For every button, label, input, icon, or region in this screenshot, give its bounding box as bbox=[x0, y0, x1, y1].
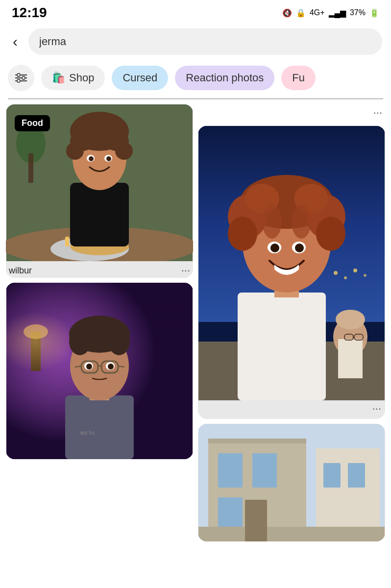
svg-point-76 bbox=[262, 204, 282, 239]
svg-point-55 bbox=[364, 274, 367, 277]
svg-rect-83 bbox=[218, 497, 243, 532]
status-time: 12:19 bbox=[12, 5, 47, 21]
person1-bottom-more[interactable]: ··· bbox=[198, 400, 385, 419]
svg-rect-86 bbox=[348, 463, 365, 488]
mute-icon: 🔇 bbox=[282, 8, 292, 18]
svg-point-52 bbox=[334, 271, 338, 275]
svg-point-39 bbox=[108, 328, 130, 355]
svg-rect-15 bbox=[70, 183, 129, 246]
search-input[interactable] bbox=[28, 28, 382, 55]
svg-point-42 bbox=[86, 364, 92, 369]
svg-point-4 bbox=[22, 76, 25, 79]
svg-point-54 bbox=[353, 269, 357, 272]
pin-wilbur[interactable]: Food wilbur ··· bbox=[6, 104, 193, 278]
chip-cursed[interactable]: Cursed bbox=[112, 66, 168, 90]
svg-rect-87 bbox=[208, 439, 306, 443]
svg-rect-81 bbox=[218, 453, 243, 488]
grid-col-right: ··· bbox=[198, 104, 385, 541]
chip-cursed-label: Cursed bbox=[122, 72, 157, 84]
back-button[interactable]: ‹ bbox=[9, 31, 22, 52]
food-tag: Food bbox=[15, 115, 50, 131]
svg-point-22 bbox=[115, 142, 133, 160]
status-bar: 12:19 🔇 🔒 4G+ ▂▄▆ 37% 🔋 bbox=[0, 0, 391, 24]
wilbur-label-row: wilbur ··· bbox=[6, 261, 193, 278]
svg-point-58 bbox=[336, 310, 365, 329]
pin-grid: Food wilbur ··· bbox=[0, 99, 391, 546]
person1-more-button[interactable]: ··· bbox=[198, 104, 385, 121]
svg-point-68 bbox=[228, 217, 257, 251]
search-bar-row: ‹ bbox=[0, 24, 391, 60]
svg-point-75 bbox=[295, 244, 304, 252]
svg-text:lets fro...: lets fro... bbox=[80, 430, 98, 436]
svg-point-21 bbox=[66, 142, 84, 160]
svg-point-25 bbox=[89, 156, 94, 161]
pin-person2[interactable]: lets fro... bbox=[6, 283, 193, 459]
chip-shop-label: Shop bbox=[69, 72, 94, 84]
svg-point-74 bbox=[270, 244, 279, 252]
status-icons: 🔇 🔒 4G+ ▂▄▆ 37% 🔋 bbox=[282, 8, 379, 18]
filter-button[interactable] bbox=[8, 65, 34, 91]
svg-rect-11 bbox=[65, 237, 69, 246]
lock-icon: 🔒 bbox=[296, 8, 306, 18]
svg-rect-82 bbox=[252, 453, 277, 488]
wilbur-more-button[interactable]: ··· bbox=[181, 265, 190, 276]
signal-text: 4G+ bbox=[310, 8, 325, 17]
wilbur-label: wilbur bbox=[9, 266, 32, 276]
grid-col-left: Food wilbur ··· bbox=[6, 104, 193, 541]
shop-icon: 🛍️ bbox=[52, 72, 65, 84]
svg-point-26 bbox=[106, 156, 111, 161]
pin-person1[interactable]: ··· bbox=[198, 126, 385, 419]
battery-icon: 🔋 bbox=[369, 8, 379, 18]
chip-fu[interactable]: Fu bbox=[281, 66, 316, 90]
svg-rect-28 bbox=[28, 153, 33, 183]
svg-rect-89 bbox=[245, 500, 267, 541]
svg-point-69 bbox=[316, 217, 345, 251]
chip-shop[interactable]: 🛍️ Shop bbox=[41, 66, 105, 90]
pin-building[interactable] bbox=[198, 424, 385, 541]
svg-point-53 bbox=[344, 276, 347, 279]
battery-text: 37% bbox=[350, 8, 366, 17]
svg-rect-34 bbox=[65, 395, 134, 459]
svg-point-5 bbox=[17, 79, 20, 82]
svg-point-3 bbox=[17, 74, 20, 76]
svg-rect-62 bbox=[238, 293, 326, 400]
svg-rect-59 bbox=[338, 339, 363, 378]
svg-rect-88 bbox=[198, 527, 385, 541]
chip-reaction-label: Reaction photos bbox=[186, 72, 264, 84]
chips-row: 🛍️ Shop Cursed Reaction photos Fu bbox=[0, 60, 391, 98]
chip-fu-label: Fu bbox=[292, 72, 305, 84]
chip-reaction[interactable]: Reaction photos bbox=[175, 66, 274, 90]
signal-bars-icon: ▂▄▆ bbox=[329, 8, 346, 18]
svg-point-77 bbox=[292, 204, 311, 239]
svg-point-38 bbox=[69, 328, 91, 355]
svg-point-43 bbox=[108, 364, 114, 369]
svg-rect-85 bbox=[323, 463, 341, 488]
